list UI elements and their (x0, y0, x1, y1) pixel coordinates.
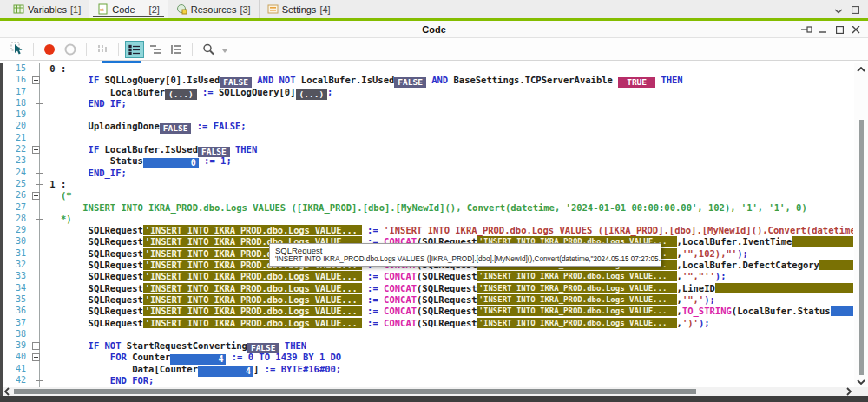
line-number: 32 (3, 260, 30, 271)
list-view-icon[interactable] (125, 41, 144, 58)
fold-gutter (30, 179, 44, 190)
line-number: 27 (3, 202, 30, 214)
tab-variables[interactable]: Variables [1] (5, 0, 89, 18)
code-row: 42 END_FOR; (3, 375, 853, 386)
value-badge-sql-preview: 'INSERT INTO IKRA_PROD.dbo.Logs VALUE... (477, 318, 677, 328)
code-line[interactable]: SQLRequest'INSERT INTO IKRA_PROD.dbo.Log… (44, 283, 853, 294)
value-badge-sql-preview: 'INSERT INTO IKRA_PROD.dbo.Logs VALUE... (143, 294, 362, 305)
search-dropdown-caret[interactable] (222, 42, 228, 57)
code-line[interactable]: Data[Counter4] := BYTE#16#00; (44, 364, 341, 375)
code-line[interactable]: INSERT INTO IKRA_PROD.dbo.Logs VALUES ([… (44, 202, 807, 214)
edit-pointer-icon[interactable] (8, 41, 27, 58)
code-line[interactable]: SQLRequest'INSERT INTO IKRA_PROD.dbo.Log… (44, 225, 853, 236)
code-line[interactable]: SQLRequest'INSERT INTO IKRA_PROD.dbo.Log… (44, 271, 727, 282)
line-number: 39 (3, 340, 30, 352)
line-number: 38 (3, 329, 30, 340)
tooltip-variable-value: 'INSERT INTO IKRA_PROD.dbo.Logs VALUES (… (275, 255, 655, 264)
code-line[interactable]: SQLRequest'INSERT INTO IKRA_PROD.dbo.Log… (44, 294, 715, 306)
code-line[interactable]: SQLRequest'INSERT INTO IKRA_PROD.dbo.Log… (44, 318, 710, 329)
toolbar (0, 38, 868, 61)
line-number: 42 (3, 375, 30, 386)
code-row: 28 *) (3, 214, 853, 225)
line-number: 17 (3, 87, 30, 98)
code-row: 20 UploadingDoneFALSE := FALSE; (3, 121, 853, 132)
line-number: 20 (3, 121, 30, 132)
code-row: 27 INSERT INTO IKRA_PROD.dbo.Logs VALUES… (3, 202, 853, 214)
search-icon[interactable] (199, 41, 218, 58)
line-number: 21 (3, 133, 30, 144)
fold-gutter (30, 364, 44, 375)
code-line[interactable]: (* (44, 190, 72, 201)
line-number: 18 (3, 98, 30, 109)
code-row: 16 IF SQLLogQuery[0].IsUsedFALSE AND NOT… (3, 75, 853, 86)
tab-number: [1] (70, 4, 81, 15)
code-line[interactable]: SQLRequest'INSERT INTO IKRA_PROD.dbo.Log… (44, 306, 853, 317)
code-line[interactable]: IF SQLLogQuery[0].IsUsedFALSE AND NOT Lo… (44, 75, 683, 86)
code-line[interactable]: Status0 := 1; (44, 155, 232, 167)
code-line[interactable]: END_FOR; (44, 375, 154, 386)
horizontal-scroll-thumb[interactable] (14, 389, 696, 394)
code-line[interactable]: *) (44, 214, 72, 225)
fold-collapse-button[interactable] (32, 146, 40, 154)
close-icon[interactable] (851, 24, 861, 35)
code-line[interactable]: UploadingDoneFALSE := FALSE; (44, 121, 247, 132)
fold-gutter (30, 214, 44, 225)
horizontal-scrollbar[interactable] (0, 387, 868, 396)
value-badge-sql-preview: 'INSERT INTO IKRA_PROD.dbo.Logs VALUE... (143, 318, 362, 328)
fold-collapse-button[interactable] (32, 192, 40, 200)
vertical-scrollbar[interactable] (854, 63, 868, 387)
tab-code[interactable]: st Code [2] (89, 0, 168, 18)
fold-collapse-button[interactable] (32, 353, 40, 361)
code-editor[interactable]: 15 0 :16 IF SQLLogQuery[0].IsUsedFALSE A… (3, 63, 853, 387)
fold-gutter (30, 340, 44, 352)
scroll-up-icon[interactable] (855, 64, 867, 75)
fold-gutter (30, 168, 44, 179)
record-icon[interactable] (40, 41, 59, 58)
fold-gutter (30, 133, 44, 144)
vertical-scroll-thumb[interactable] (859, 120, 864, 375)
stop-circle-icon[interactable] (61, 41, 80, 58)
tab-resources[interactable]: Resources [3] (168, 0, 260, 18)
fold-gutter (30, 352, 44, 363)
fold-gutter (30, 329, 44, 340)
line-number: 19 (3, 109, 30, 121)
fold-end-tick (36, 184, 43, 185)
fold-collapse-button[interactable] (32, 342, 40, 350)
code-line[interactable]: FOR Counter4 := 0 TO 1439 BY 1 DO (44, 352, 341, 363)
code-row: 35 SQLRequest'INSERT INTO IKRA_PROD.dbo.… (3, 294, 853, 306)
value-badge-sql-preview: 'INSERT INTO IKRA_PROD.dbo.Logs VALUE... (143, 225, 362, 235)
line-number: 28 (3, 214, 30, 225)
code-row: 40 FOR Counter4 := 0 TO 1439 BY 1 DO (3, 352, 853, 363)
chevron-down-icon[interactable] (834, 2, 843, 17)
code-line[interactable]: END_IF; (44, 168, 127, 179)
maximize-icon[interactable] (834, 24, 845, 35)
fold-collapse-button[interactable] (32, 76, 40, 84)
panel-title: Code (422, 24, 446, 35)
pin-icon[interactable] (801, 24, 812, 35)
code-line[interactable]: END_IF; (44, 98, 127, 109)
code-file-icon: st (97, 3, 108, 15)
code-line[interactable]: 1 : (44, 179, 66, 190)
code-row: 18 END_IF; (3, 98, 853, 109)
maximize-panel-icon[interactable] (852, 2, 859, 17)
code-line[interactable]: IF NOT StartRequestConvertingFALSE THEN (44, 340, 306, 352)
fold-gutter (30, 294, 44, 306)
tab-settings[interactable]: Settings [4] (260, 0, 339, 18)
code-line[interactable]: 0 : (44, 63, 66, 75)
tree-view-icon[interactable] (167, 41, 186, 58)
code-row: 25 1 : (3, 179, 853, 190)
code-line[interactable]: LocalBufer(...) := SQLLogQuery[0](...); (44, 87, 332, 98)
scroll-down-icon[interactable] (855, 377, 867, 387)
line-number: 25 (3, 179, 30, 190)
fold-gutter (30, 318, 44, 329)
code-line[interactable]: IF LocalBufer.IsUsedFALSE THEN (44, 144, 257, 155)
line-number: 22 (3, 144, 30, 155)
tab-label: Settings (282, 4, 317, 15)
line-number: 30 (3, 236, 30, 247)
line-number: 36 (3, 306, 30, 317)
svg-text:st: st (100, 7, 104, 12)
fold-gutter (30, 283, 44, 294)
fold-gutter (30, 87, 44, 98)
minimize-icon[interactable] (818, 24, 828, 35)
outline-view-icon[interactable] (146, 41, 165, 58)
